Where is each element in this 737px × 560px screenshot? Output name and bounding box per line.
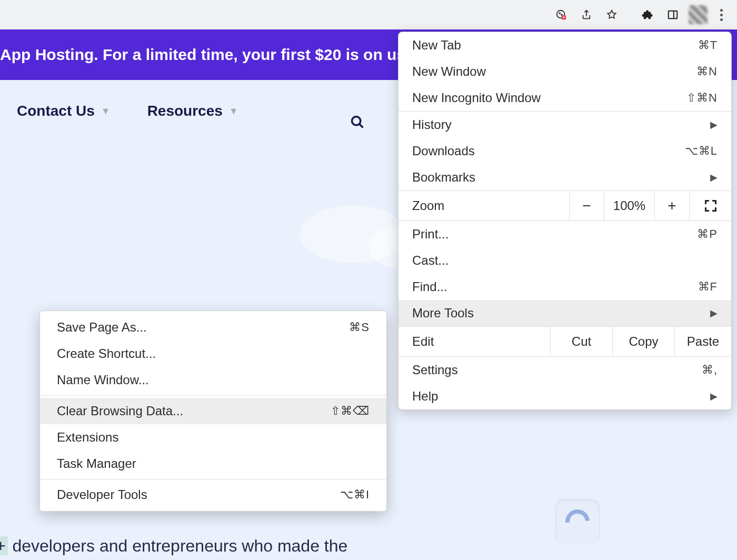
edit-copy-button[interactable]: Copy	[612, 327, 674, 356]
shortcut-text: ⌥⌘L	[685, 144, 718, 158]
submenu-clear-browsing-data[interactable]: Clear Browsing Data... ⇧⌘⌫	[40, 398, 386, 424]
menu-new-tab[interactable]: New Tab ⌘T	[399, 32, 731, 58]
menu-more-tools[interactable]: More Tools ▶	[399, 300, 731, 326]
svg-rect-4	[669, 11, 678, 19]
menu-settings[interactable]: Settings ⌘,	[399, 357, 731, 383]
nav-item-contact[interactable]: Contact Us▼	[17, 103, 111, 119]
menu-zoom-row: Zoom − 100% +	[399, 191, 731, 221]
promo-text: App Hosting. For a limited time, your fi…	[0, 46, 410, 64]
edit-label: Edit	[399, 334, 550, 349]
zoom-label: Zoom	[399, 198, 569, 213]
menu-help[interactable]: Help ▶	[399, 383, 731, 409]
menu-incognito[interactable]: New Incognito Window ⇧⌘N	[399, 85, 731, 111]
menu-new-window[interactable]: New Window ⌘N	[399, 58, 731, 85]
star-icon[interactable]	[601, 4, 622, 25]
svg-point-2	[561, 14, 562, 15]
menu-bookmarks[interactable]: Bookmarks ▶	[399, 164, 731, 191]
shortcut-text: ⌘S	[349, 321, 370, 334]
svg-point-1	[559, 13, 560, 14]
submenu-task-manager[interactable]: Task Manager	[40, 451, 386, 477]
floating-widget[interactable]	[555, 499, 600, 544]
menu-separator	[40, 395, 386, 396]
more-tools-submenu: Save Page As... ⌘S Create Shortcut... Na…	[39, 311, 387, 512]
submenu-extensions[interactable]: Extensions	[40, 424, 386, 451]
share-icon[interactable]	[576, 4, 597, 25]
fullscreen-button[interactable]	[689, 191, 731, 221]
shortcut-text: ⌘P	[697, 227, 718, 241]
chrome-main-menu: New Tab ⌘T New Window ⌘N New Incognito W…	[398, 32, 732, 410]
shortcut-text: ⇧⌘⌫	[331, 404, 370, 418]
zoom-in-button[interactable]: +	[654, 191, 689, 221]
menu-downloads[interactable]: Downloads ⌥⌘L	[399, 138, 731, 164]
submenu-name-window[interactable]: Name Window...	[40, 367, 386, 393]
fullscreen-icon	[705, 200, 716, 212]
submenu-developer-tools[interactable]: Developer Tools ⌥⌘I	[40, 482, 386, 508]
chevron-down-icon: ▼	[101, 106, 111, 117]
chrome-menu-button[interactable]	[711, 4, 732, 25]
menu-history[interactable]: History ▶	[399, 112, 731, 138]
shortcut-text: ⇧⌘N	[686, 91, 718, 105]
shortcut-text: ⌘,	[702, 363, 718, 377]
menu-cast[interactable]: Cast...	[399, 247, 731, 274]
svg-line-7	[360, 124, 363, 128]
svg-point-6	[352, 117, 361, 125]
shortcut-text: ⌘N	[696, 65, 718, 78]
edit-paste-button[interactable]: Paste	[674, 327, 731, 356]
search-icon[interactable]	[350, 115, 365, 133]
highlight-number: 55,000+	[0, 536, 8, 555]
edit-cut-button[interactable]: Cut	[550, 327, 612, 356]
shortcut-text: ⌥⌘I	[340, 488, 370, 502]
chevron-right-icon: ▶	[710, 307, 718, 319]
cookie-blocked-icon[interactable]	[551, 4, 572, 25]
menu-find[interactable]: Find... ⌘F	[399, 274, 731, 300]
chevron-right-icon: ▶	[710, 391, 718, 402]
chevron-right-icon: ▶	[710, 119, 718, 131]
progress-arc-icon	[561, 505, 595, 539]
zoom-out-button[interactable]: −	[569, 191, 604, 221]
menu-separator	[40, 479, 386, 479]
shortcut-text: ⌘F	[698, 280, 718, 294]
sidepanel-icon[interactable]	[662, 4, 683, 25]
chevron-right-icon: ▶	[710, 172, 718, 183]
profile-avatar[interactable]	[688, 4, 709, 25]
shortcut-text: ⌘T	[698, 38, 718, 52]
chevron-down-icon: ▼	[229, 106, 238, 117]
menu-print[interactable]: Print... ⌘P	[399, 221, 731, 247]
browser-toolbar	[0, 0, 737, 29]
zoom-value: 100%	[604, 191, 654, 221]
extensions-puzzle-icon[interactable]	[637, 4, 658, 25]
site-nav: nts Contact Us▼ Resources▼	[0, 103, 238, 119]
menu-edit-row: Edit Cut Copy Paste	[399, 326, 731, 357]
nav-item-resources[interactable]: Resources▼	[147, 103, 238, 119]
submenu-create-shortcut[interactable]: Create Shortcut...	[40, 341, 386, 367]
submenu-save-page-as[interactable]: Save Page As... ⌘S	[40, 314, 386, 341]
